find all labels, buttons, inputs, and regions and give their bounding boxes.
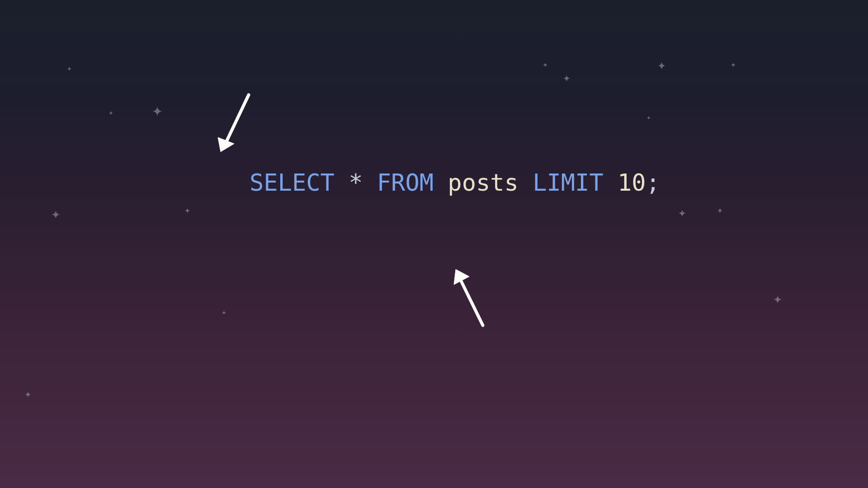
sparkle-icon: ✦ xyxy=(24,387,32,400)
code-block: SELECT * FROM posts LIMIT 10; <% @posts.… xyxy=(115,47,759,488)
sparkle-icon: ✦ xyxy=(773,289,782,307)
sparkle-icon: ✦ xyxy=(67,63,72,73)
sql-keyword-limit: LIMIT xyxy=(533,169,604,196)
sql-star: * xyxy=(349,169,363,196)
sparkle-icon: ✦ xyxy=(108,108,113,117)
sql-semi: ; xyxy=(646,169,660,196)
sql-keyword-select: SELECT xyxy=(250,169,335,196)
sql-keyword-from: FROM xyxy=(377,169,434,196)
sql-top-query: SELECT * FROM posts LIMIT 10; xyxy=(115,168,759,198)
sparkle-icon: ✦ xyxy=(51,204,60,222)
sql-table: posts xyxy=(448,169,519,196)
sql-limit-n: 10 xyxy=(618,169,646,196)
